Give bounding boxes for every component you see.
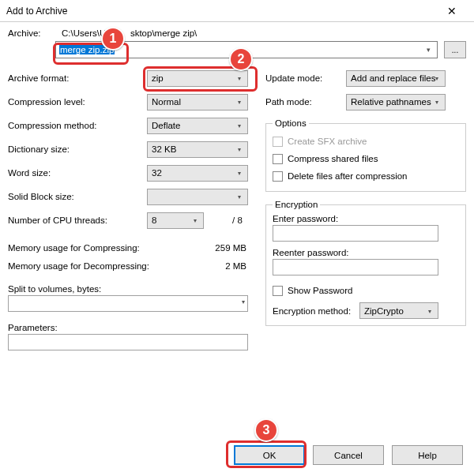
solid-block-size-select[interactable]: ▾: [147, 189, 248, 205]
chevron-down-icon: ▾: [234, 144, 245, 156]
reenter-password-label: Reenter password:: [273, 248, 459, 257]
update-mode-label: Update mode:: [265, 73, 346, 83]
dictionary-size-select[interactable]: 32 KB▾: [147, 141, 248, 158]
encryption-method-label: Encryption method:: [273, 306, 359, 316]
word-size-label: Word size:: [8, 168, 147, 178]
cancel-button[interactable]: Cancel: [313, 445, 384, 465]
archive-filename-selected: merge zip.zip: [59, 45, 115, 54]
archive-format-label: Archive format:: [8, 73, 147, 83]
split-volumes-input[interactable]: ▾: [8, 295, 248, 312]
mem-compress-label: Memory usage for Compressing:: [8, 243, 190, 253]
options-group: Options Create SFX archive Compress shar…: [265, 118, 466, 192]
chevron-down-icon[interactable]: ▾: [422, 43, 434, 56]
compression-method-select[interactable]: Deflate▾: [147, 118, 248, 134]
compression-method-label: Compression method:: [8, 121, 147, 130]
compression-level-label: Compression level:: [8, 97, 147, 107]
encryption-legend: Encryption: [273, 200, 320, 209]
solid-block-size-label: Solid Block size:: [8, 192, 147, 201]
word-size-select[interactable]: 32▾: [147, 165, 248, 182]
chevron-down-icon: ▾: [234, 97, 245, 108]
titlebar: Add to Archive ✕: [0, 0, 474, 22]
mem-compress-value: 259 MB: [190, 243, 246, 253]
mem-decompress-value: 2 MB: [190, 261, 246, 271]
split-volumes-label: Split to volumes, bytes:: [8, 284, 262, 294]
archive-path-text: C:\Users\USXXXsktop\merge zip\: [55, 28, 197, 38]
path-mode-select[interactable]: Relative pathnames▾: [346, 94, 446, 111]
chevron-down-icon: ▾: [431, 97, 442, 108]
archive-format-select[interactable]: zip▾: [147, 70, 248, 87]
compress-shared-checkbox[interactable]: Compress shared files: [273, 150, 459, 167]
parameters-input[interactable]: [8, 334, 248, 350]
cpu-threads-label: Number of CPU threads:: [8, 216, 147, 225]
help-button[interactable]: Help: [392, 445, 463, 465]
chevron-down-icon: ▾: [234, 73, 245, 84]
show-password-checkbox[interactable]: Show Password: [273, 282, 459, 299]
delete-after-checkbox[interactable]: Delete files after compression: [273, 167, 459, 185]
cpu-threads-select[interactable]: 8▾: [147, 212, 204, 229]
chevron-down-icon: ▾: [242, 298, 245, 305]
parameters-label: Parameters:: [8, 323, 262, 332]
encryption-group: Encryption Enter password: Reenter passw…: [265, 200, 466, 326]
path-mode-label: Path mode:: [265, 97, 346, 107]
chevron-down-icon: ▾: [234, 121, 245, 132]
dialog-buttons: OK Cancel Help: [234, 445, 463, 465]
chevron-down-icon: ▾: [431, 73, 442, 84]
chevron-down-icon: ▾: [234, 192, 245, 203]
encryption-method-select[interactable]: ZipCrypto▾: [359, 302, 438, 319]
update-mode-select[interactable]: Add and replace files▾: [346, 70, 446, 87]
window-title: Add to Archive: [6, 6, 67, 17]
reenter-password-input[interactable]: [273, 259, 438, 275]
close-button[interactable]: ✕: [436, 2, 468, 21]
dictionary-size-label: Dictionary size:: [8, 144, 147, 154]
options-legend: Options: [273, 118, 309, 128]
chevron-down-icon: ▾: [424, 305, 435, 317]
archive-filename-input[interactable]: merge zip.zip ▾: [55, 41, 438, 58]
browse-button[interactable]: ...: [444, 41, 466, 58]
ok-button[interactable]: OK: [234, 445, 305, 465]
chevron-down-icon: ▾: [190, 216, 201, 227]
cpu-threads-max: / 8: [232, 216, 243, 225]
annotation-badge-3: 3: [254, 418, 278, 442]
enter-password-label: Enter password:: [273, 214, 459, 223]
enter-password-input[interactable]: [273, 225, 438, 242]
create-sfx-checkbox: Create SFX archive: [273, 133, 459, 150]
compression-level-select[interactable]: Normal▾: [147, 94, 248, 111]
mem-decompress-label: Memory usage for Decompressing:: [8, 261, 190, 271]
chevron-down-icon: ▾: [234, 168, 245, 179]
archive-label: Archive:: [8, 28, 55, 38]
